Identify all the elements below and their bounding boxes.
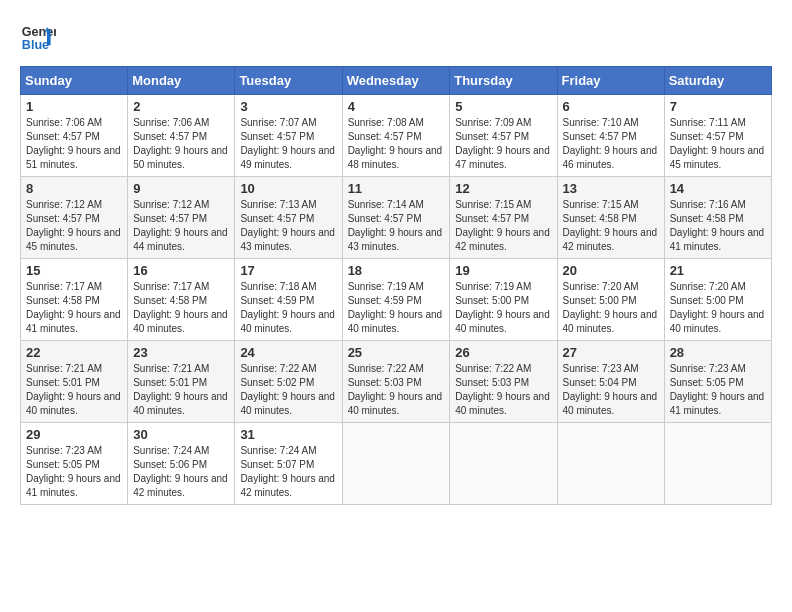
day-number: 27 bbox=[563, 345, 659, 360]
calendar-cell: 27 Sunrise: 7:23 AM Sunset: 5:04 PM Dayl… bbox=[557, 341, 664, 423]
day-info: Sunrise: 7:20 AM Sunset: 5:00 PM Dayligh… bbox=[563, 280, 659, 336]
calendar-cell bbox=[342, 423, 450, 505]
day-header-saturday: Saturday bbox=[664, 67, 771, 95]
day-info: Sunrise: 7:13 AM Sunset: 4:57 PM Dayligh… bbox=[240, 198, 336, 254]
day-info: Sunrise: 7:09 AM Sunset: 4:57 PM Dayligh… bbox=[455, 116, 551, 172]
day-number: 23 bbox=[133, 345, 229, 360]
calendar-cell: 10 Sunrise: 7:13 AM Sunset: 4:57 PM Dayl… bbox=[235, 177, 342, 259]
calendar-cell: 28 Sunrise: 7:23 AM Sunset: 5:05 PM Dayl… bbox=[664, 341, 771, 423]
day-info: Sunrise: 7:24 AM Sunset: 5:06 PM Dayligh… bbox=[133, 444, 229, 500]
logo-icon: General Blue bbox=[20, 20, 56, 56]
day-number: 18 bbox=[348, 263, 445, 278]
day-number: 28 bbox=[670, 345, 766, 360]
day-info: Sunrise: 7:11 AM Sunset: 4:57 PM Dayligh… bbox=[670, 116, 766, 172]
day-number: 1 bbox=[26, 99, 122, 114]
calendar-cell: 15 Sunrise: 7:17 AM Sunset: 4:58 PM Dayl… bbox=[21, 259, 128, 341]
calendar-cell: 23 Sunrise: 7:21 AM Sunset: 5:01 PM Dayl… bbox=[128, 341, 235, 423]
day-info: Sunrise: 7:17 AM Sunset: 4:58 PM Dayligh… bbox=[133, 280, 229, 336]
calendar-cell: 1 Sunrise: 7:06 AM Sunset: 4:57 PM Dayli… bbox=[21, 95, 128, 177]
day-info: Sunrise: 7:14 AM Sunset: 4:57 PM Dayligh… bbox=[348, 198, 445, 254]
day-info: Sunrise: 7:06 AM Sunset: 4:57 PM Dayligh… bbox=[26, 116, 122, 172]
calendar-body: 1 Sunrise: 7:06 AM Sunset: 4:57 PM Dayli… bbox=[21, 95, 772, 505]
day-number: 12 bbox=[455, 181, 551, 196]
day-number: 14 bbox=[670, 181, 766, 196]
day-info: Sunrise: 7:22 AM Sunset: 5:03 PM Dayligh… bbox=[348, 362, 445, 418]
calendar-cell: 9 Sunrise: 7:12 AM Sunset: 4:57 PM Dayli… bbox=[128, 177, 235, 259]
day-number: 3 bbox=[240, 99, 336, 114]
day-info: Sunrise: 7:20 AM Sunset: 5:00 PM Dayligh… bbox=[670, 280, 766, 336]
day-info: Sunrise: 7:06 AM Sunset: 4:57 PM Dayligh… bbox=[133, 116, 229, 172]
day-info: Sunrise: 7:07 AM Sunset: 4:57 PM Dayligh… bbox=[240, 116, 336, 172]
calendar-cell: 24 Sunrise: 7:22 AM Sunset: 5:02 PM Dayl… bbox=[235, 341, 342, 423]
day-number: 29 bbox=[26, 427, 122, 442]
calendar-header-row: SundayMondayTuesdayWednesdayThursdayFrid… bbox=[21, 67, 772, 95]
calendar-cell: 4 Sunrise: 7:08 AM Sunset: 4:57 PM Dayli… bbox=[342, 95, 450, 177]
day-info: Sunrise: 7:12 AM Sunset: 4:57 PM Dayligh… bbox=[133, 198, 229, 254]
calendar-week-5: 29 Sunrise: 7:23 AM Sunset: 5:05 PM Dayl… bbox=[21, 423, 772, 505]
calendar-cell: 6 Sunrise: 7:10 AM Sunset: 4:57 PM Dayli… bbox=[557, 95, 664, 177]
calendar-week-3: 15 Sunrise: 7:17 AM Sunset: 4:58 PM Dayl… bbox=[21, 259, 772, 341]
day-info: Sunrise: 7:21 AM Sunset: 5:01 PM Dayligh… bbox=[133, 362, 229, 418]
day-number: 20 bbox=[563, 263, 659, 278]
calendar-week-2: 8 Sunrise: 7:12 AM Sunset: 4:57 PM Dayli… bbox=[21, 177, 772, 259]
day-number: 21 bbox=[670, 263, 766, 278]
day-header-wednesday: Wednesday bbox=[342, 67, 450, 95]
day-header-thursday: Thursday bbox=[450, 67, 557, 95]
calendar-cell: 3 Sunrise: 7:07 AM Sunset: 4:57 PM Dayli… bbox=[235, 95, 342, 177]
day-number: 22 bbox=[26, 345, 122, 360]
day-header-friday: Friday bbox=[557, 67, 664, 95]
calendar-cell: 19 Sunrise: 7:19 AM Sunset: 5:00 PM Dayl… bbox=[450, 259, 557, 341]
day-number: 25 bbox=[348, 345, 445, 360]
calendar-cell: 29 Sunrise: 7:23 AM Sunset: 5:05 PM Dayl… bbox=[21, 423, 128, 505]
calendar-cell: 8 Sunrise: 7:12 AM Sunset: 4:57 PM Dayli… bbox=[21, 177, 128, 259]
day-header-sunday: Sunday bbox=[21, 67, 128, 95]
calendar-cell: 16 Sunrise: 7:17 AM Sunset: 4:58 PM Dayl… bbox=[128, 259, 235, 341]
day-number: 15 bbox=[26, 263, 122, 278]
day-info: Sunrise: 7:19 AM Sunset: 4:59 PM Dayligh… bbox=[348, 280, 445, 336]
calendar-cell: 11 Sunrise: 7:14 AM Sunset: 4:57 PM Dayl… bbox=[342, 177, 450, 259]
calendar-cell: 31 Sunrise: 7:24 AM Sunset: 5:07 PM Dayl… bbox=[235, 423, 342, 505]
day-number: 19 bbox=[455, 263, 551, 278]
day-number: 6 bbox=[563, 99, 659, 114]
calendar-cell: 26 Sunrise: 7:22 AM Sunset: 5:03 PM Dayl… bbox=[450, 341, 557, 423]
calendar-week-1: 1 Sunrise: 7:06 AM Sunset: 4:57 PM Dayli… bbox=[21, 95, 772, 177]
calendar-cell: 12 Sunrise: 7:15 AM Sunset: 4:57 PM Dayl… bbox=[450, 177, 557, 259]
day-number: 30 bbox=[133, 427, 229, 442]
calendar-cell bbox=[557, 423, 664, 505]
calendar-table: SundayMondayTuesdayWednesdayThursdayFrid… bbox=[20, 66, 772, 505]
day-number: 16 bbox=[133, 263, 229, 278]
day-info: Sunrise: 7:24 AM Sunset: 5:07 PM Dayligh… bbox=[240, 444, 336, 500]
day-info: Sunrise: 7:16 AM Sunset: 4:58 PM Dayligh… bbox=[670, 198, 766, 254]
day-info: Sunrise: 7:21 AM Sunset: 5:01 PM Dayligh… bbox=[26, 362, 122, 418]
day-number: 24 bbox=[240, 345, 336, 360]
day-info: Sunrise: 7:22 AM Sunset: 5:02 PM Dayligh… bbox=[240, 362, 336, 418]
calendar-cell: 22 Sunrise: 7:21 AM Sunset: 5:01 PM Dayl… bbox=[21, 341, 128, 423]
logo: General Blue bbox=[20, 20, 56, 56]
day-header-tuesday: Tuesday bbox=[235, 67, 342, 95]
day-info: Sunrise: 7:12 AM Sunset: 4:57 PM Dayligh… bbox=[26, 198, 122, 254]
day-number: 9 bbox=[133, 181, 229, 196]
calendar-cell: 13 Sunrise: 7:15 AM Sunset: 4:58 PM Dayl… bbox=[557, 177, 664, 259]
calendar-cell: 30 Sunrise: 7:24 AM Sunset: 5:06 PM Dayl… bbox=[128, 423, 235, 505]
day-info: Sunrise: 7:15 AM Sunset: 4:58 PM Dayligh… bbox=[563, 198, 659, 254]
calendar-cell: 20 Sunrise: 7:20 AM Sunset: 5:00 PM Dayl… bbox=[557, 259, 664, 341]
day-info: Sunrise: 7:23 AM Sunset: 5:05 PM Dayligh… bbox=[26, 444, 122, 500]
day-info: Sunrise: 7:10 AM Sunset: 4:57 PM Dayligh… bbox=[563, 116, 659, 172]
calendar-cell: 14 Sunrise: 7:16 AM Sunset: 4:58 PM Dayl… bbox=[664, 177, 771, 259]
day-info: Sunrise: 7:18 AM Sunset: 4:59 PM Dayligh… bbox=[240, 280, 336, 336]
day-number: 5 bbox=[455, 99, 551, 114]
day-number: 13 bbox=[563, 181, 659, 196]
day-number: 11 bbox=[348, 181, 445, 196]
calendar-cell: 21 Sunrise: 7:20 AM Sunset: 5:00 PM Dayl… bbox=[664, 259, 771, 341]
calendar-cell: 25 Sunrise: 7:22 AM Sunset: 5:03 PM Dayl… bbox=[342, 341, 450, 423]
day-info: Sunrise: 7:23 AM Sunset: 5:04 PM Dayligh… bbox=[563, 362, 659, 418]
calendar-cell: 17 Sunrise: 7:18 AM Sunset: 4:59 PM Dayl… bbox=[235, 259, 342, 341]
day-info: Sunrise: 7:22 AM Sunset: 5:03 PM Dayligh… bbox=[455, 362, 551, 418]
day-number: 7 bbox=[670, 99, 766, 114]
day-number: 8 bbox=[26, 181, 122, 196]
calendar-week-4: 22 Sunrise: 7:21 AM Sunset: 5:01 PM Dayl… bbox=[21, 341, 772, 423]
calendar-cell: 2 Sunrise: 7:06 AM Sunset: 4:57 PM Dayli… bbox=[128, 95, 235, 177]
day-info: Sunrise: 7:15 AM Sunset: 4:57 PM Dayligh… bbox=[455, 198, 551, 254]
day-info: Sunrise: 7:23 AM Sunset: 5:05 PM Dayligh… bbox=[670, 362, 766, 418]
calendar-cell bbox=[450, 423, 557, 505]
